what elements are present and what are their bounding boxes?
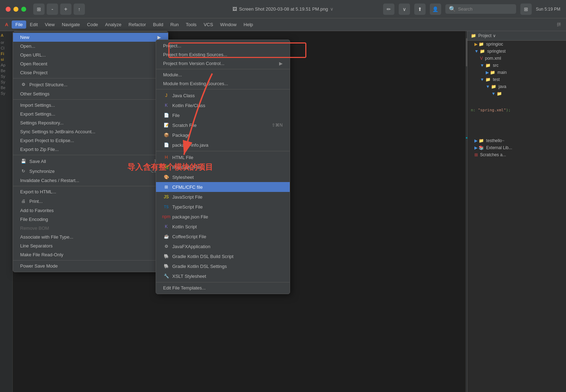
menu-vcs[interactable]: VCS xyxy=(200,21,217,29)
close-button[interactable] xyxy=(6,7,11,12)
submenu-item-module-existing[interactable]: Module from Existing Sources... xyxy=(156,79,290,88)
submenu-item-kotlin[interactable]: K Kotlin File/Class xyxy=(156,100,290,110)
menu-build[interactable]: Build xyxy=(149,21,167,29)
menu-item-new[interactable]: New ▶ xyxy=(13,33,168,42)
submenu-item-project[interactable]: Project... xyxy=(156,41,290,50)
menu-item-line-sep[interactable]: Line Separators ▶ xyxy=(13,241,168,250)
submenu-item-xslt[interactable]: 🔧 XSLT Stylesheet xyxy=(156,271,290,281)
menu-item-make-readonly[interactable]: Make File Read-Only xyxy=(13,250,168,259)
submenu-item-project-vcs[interactable]: Project from Version Control... ▶ xyxy=(156,59,290,68)
menu-run[interactable]: Run xyxy=(167,21,182,29)
submenu-item-project-existing[interactable]: Project from Existing Sources... xyxy=(156,50,290,59)
new-submenu: Project... Project from Existing Sources… xyxy=(156,40,290,294)
menu-item-project-structure[interactable]: ⚙ Project Structure... ⌘; xyxy=(13,80,168,89)
menu-item-open-recent[interactable]: Open Recent ▶ xyxy=(13,59,168,68)
search-bar[interactable]: 🔍 xyxy=(445,4,516,14)
submenu-item-html[interactable]: H HTML File xyxy=(156,152,290,162)
submenu-item-cfml[interactable]: ⊞ CFML/CFC file xyxy=(156,182,290,192)
tree-item-test[interactable]: ▼ 📁 test xyxy=(467,76,566,83)
tree-item-java-sub[interactable]: ▼ 📁 xyxy=(467,90,566,97)
submenu-item-coffeescript[interactable]: ☕ CoffeeScript File xyxy=(156,232,290,241)
zoom-out-button[interactable]: - xyxy=(47,4,58,15)
menu-file[interactable]: File xyxy=(12,21,26,29)
tree-item-java[interactable]: ▼ 📁 java xyxy=(467,83,566,90)
submenu-item-javafx[interactable]: ⚙ JavaFXApplication xyxy=(156,241,290,251)
maximize-button[interactable] xyxy=(21,7,26,12)
menu-tools[interactable]: Tools xyxy=(182,21,200,29)
submenu-item-ts[interactable]: TS TypeScript File xyxy=(156,202,290,212)
menu-code[interactable]: Code xyxy=(83,21,102,29)
menu-item-associate[interactable]: Associate with File Type... xyxy=(13,233,168,241)
menu-analyze[interactable]: Analyze xyxy=(102,21,125,29)
submenu-item-gradle-build[interactable]: 🐘 Gradle Kotlin DSL Build Script xyxy=(156,251,290,261)
package-icon: 📦 xyxy=(163,132,169,138)
submenu-item-package-info[interactable]: 📄 package-info.java xyxy=(156,140,290,150)
submenu-item-package[interactable]: 📦 Package xyxy=(156,130,290,140)
submenu-item-stylesheet[interactable]: 🎨 Stylesheet xyxy=(156,172,290,182)
menu-edit[interactable]: Edit xyxy=(26,21,41,29)
menu-item-print[interactable]: 🖨 Print... xyxy=(13,196,168,206)
title-dropdown-icon[interactable]: ∨ xyxy=(330,6,334,12)
zoom-in-button[interactable]: + xyxy=(60,4,71,15)
share-button[interactable]: ↑ xyxy=(74,4,85,15)
menu-item-favorites[interactable]: Add to Favorites ▶ xyxy=(13,206,168,215)
menu-item-export-settings[interactable]: Export Settings... xyxy=(13,110,168,118)
menu-item-export-eclipse[interactable]: Export Project to Eclipse... xyxy=(13,136,168,145)
upload-button[interactable]: ⬆ xyxy=(414,4,426,15)
tree-item-pom[interactable]: V pom.xml xyxy=(467,55,566,62)
stylesheet-icon: 🎨 xyxy=(163,174,169,180)
project-view-button[interactable]: ⊞ xyxy=(33,4,45,15)
menu-item-open-url[interactable]: Open URL... xyxy=(13,51,168,59)
submenu-item-file[interactable]: 📄 File xyxy=(156,110,290,120)
submenu-item-scratch[interactable]: 📝 Scratch File ⇧⌘N xyxy=(156,120,290,130)
tree-item-src[interactable]: ▼ 📁 src xyxy=(467,62,566,69)
submenu-item-js[interactable]: JS JavaScript File xyxy=(156,192,290,202)
tree-item-scratches[interactable]: ⊞ Scratches a... xyxy=(467,151,566,158)
menu-view[interactable]: View xyxy=(41,21,58,29)
menu-item-other-settings[interactable]: Other Settings ▶ xyxy=(13,89,168,98)
menu-item-export-zip[interactable]: Export to Zip File... xyxy=(13,145,168,154)
dropdown-button[interactable]: ∨ xyxy=(399,4,410,15)
grid-button[interactable]: ⊞ xyxy=(520,4,532,15)
menu-item-settings-repo[interactable]: Settings Repository... xyxy=(13,118,168,127)
menu-item-synchronize[interactable]: ↻ Synchronize ⌥⌘Y xyxy=(13,166,168,176)
tree-item-main[interactable]: ▶ 📁 main xyxy=(467,69,566,76)
menu-help[interactable]: Help xyxy=(240,21,257,29)
menu-item-file-encoding[interactable]: File Encoding xyxy=(13,215,168,224)
minimize-button[interactable] xyxy=(13,7,18,12)
submenu-item-module[interactable]: Module... xyxy=(156,70,290,79)
file-icon: 🖼 xyxy=(232,6,237,12)
project-panel-dropdown[interactable]: ∨ xyxy=(493,33,496,38)
submenu-item-plantuml[interactable]: 🌿 PlantUML File xyxy=(156,162,290,172)
search-input[interactable] xyxy=(458,6,508,12)
tree-item-springioc[interactable]: ▶ 📁 springioc xyxy=(467,41,566,48)
profile-button[interactable]: 👤 xyxy=(430,4,441,15)
edit-button[interactable]: ✏ xyxy=(383,4,394,15)
menu-item-power-save[interactable]: Power Save Mode xyxy=(13,262,168,270)
menu-item-import-settings[interactable]: Import Settings... xyxy=(13,101,168,110)
submenu-item-gradle-settings[interactable]: 🐘 Gradle Kotlin DSL Settings xyxy=(156,261,290,271)
submenu-item-edit-templates[interactable]: Edit File Templates... xyxy=(156,283,290,292)
menu-item-open[interactable]: Open... xyxy=(13,42,168,51)
xml-icon: V xyxy=(480,56,483,61)
menu-item-invalidate[interactable]: Invalidate Caches / Restart... xyxy=(13,176,168,185)
menu-item-close-project[interactable]: Close Project xyxy=(13,68,168,77)
menu-item-save-all[interactable]: 💾 Save All ⌘S xyxy=(13,156,168,166)
menu-refactor[interactable]: Refactor xyxy=(125,21,149,29)
submenu-item-java-class[interactable]: J Java Class xyxy=(156,90,290,100)
menu-item-sync-settings[interactable]: Sync Settings to JetBrains Account... xyxy=(13,127,168,136)
toolbar-right: ✏ ∨ ⬆ 👤 🔍 ⊞ Sun 5:19 PM xyxy=(383,4,566,15)
project-panel: 📁 Project ∨ ▶ 📁 springioc ▼ 📁 springtest… xyxy=(467,31,566,392)
tree-item-testhello[interactable]: ▶ 📁 testhello ~ xyxy=(467,137,566,144)
save-icon: 💾 xyxy=(20,158,27,164)
submenu-item-package-json[interactable]: npm package.json File xyxy=(156,212,290,222)
menu-navigate[interactable]: Navigate xyxy=(58,21,83,29)
folder-icon-java-sub: ▼ 📁 xyxy=(491,91,502,96)
tree-item-external-lib[interactable]: ▶ 📚 External Lib... xyxy=(467,144,566,151)
menu-window[interactable]: Window xyxy=(216,21,240,29)
submenu-item-kotlin-script[interactable]: K Kotlin Script xyxy=(156,222,290,232)
library-icon: ▶ 📚 xyxy=(474,145,484,150)
menu-app[interactable]: A xyxy=(1,21,12,29)
menu-item-export-html[interactable]: Export to HTML... xyxy=(13,187,168,196)
tree-item-springtest[interactable]: ▼ 📁 springtest xyxy=(467,48,566,55)
